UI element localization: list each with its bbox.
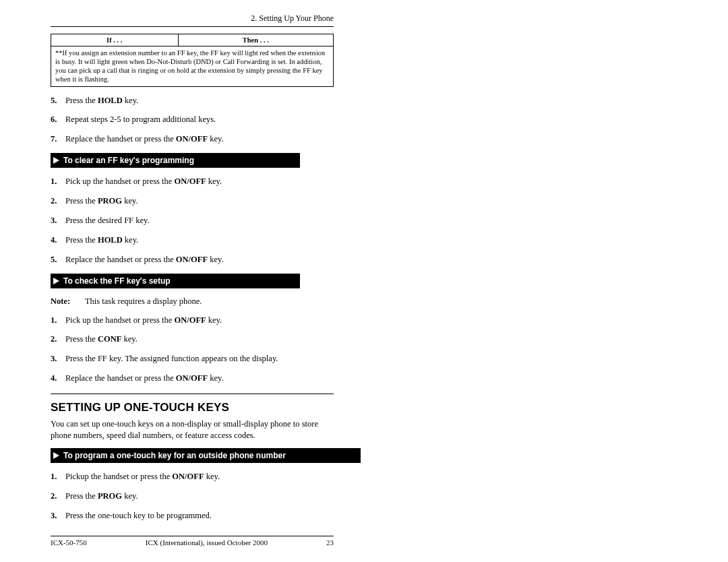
step-text: Press the one-touch key to be programmed…: [65, 510, 334, 522]
list-item: 3.Press the one-touch key to be programm…: [51, 510, 334, 522]
footer-center: ICX (International), issued October 2000: [87, 538, 326, 547]
step-number: 2.: [51, 195, 65, 207]
list-item: 5.Replace the handset or press the ON/OF…: [51, 254, 334, 266]
bar-check-label: To check the FF key's setup: [63, 276, 171, 286]
triangle-icon: [53, 157, 59, 164]
bar-program-label: To program a one-touch key for an outsid…: [63, 451, 286, 460]
step-number: 3.: [51, 510, 65, 522]
note-label: Note:: [51, 296, 83, 307]
step-number: 1.: [51, 176, 65, 187]
list-item: 1.Pick up the handset or press the ON/OF…: [51, 315, 334, 326]
triangle-icon: [53, 278, 59, 284]
page-footer: ICX-50-750 ICX (International), issued O…: [51, 536, 334, 547]
list-item: 1.Pickup the handset or press the ON/OFF…: [51, 471, 334, 482]
step-text: Press the HOLD key.: [65, 235, 334, 246]
step-number: 2.: [51, 491, 65, 502]
section-heading: SETTING UP ONE-TOUCH KEYS: [51, 401, 334, 414]
note-check: Note: This task requires a display phone…: [51, 296, 334, 307]
footer-right: 23: [326, 538, 334, 547]
footer-left: ICX-50-750: [51, 538, 87, 547]
steps-check: 1.Pick up the handset or press the ON/OF…: [51, 315, 334, 385]
steps-clear: 1.Pick up the handset or press the ON/OF…: [51, 176, 334, 265]
step-text: Replace the handset or press the ON/OFF …: [65, 133, 334, 145]
section-body: You can set up one-touch keys on a non-d…: [51, 418, 334, 441]
step-text: Pick up the handset or press the ON/OFF …: [65, 176, 334, 187]
step-text: Press the HOLD key.: [65, 95, 334, 106]
bar-check-setup: To check the FF key's setup: [51, 274, 300, 288]
list-item: 3.Press the FF key. The assigned functio…: [51, 353, 334, 365]
list-item: 2.Press the CONF key.: [51, 334, 334, 345]
step-text: Press the FF key. The assigned function …: [65, 353, 334, 365]
list-item: 7.Replace the handset or press the ON/OF…: [51, 133, 334, 145]
steps-program: 1.Pickup the handset or press the ON/OFF…: [51, 471, 334, 522]
step-number: 6.: [51, 114, 65, 125]
list-item: 2.Press the PROG key.: [51, 195, 334, 207]
list-item: 6.Repeat steps 2-5 to program additional…: [51, 114, 334, 125]
step-number: 5.: [51, 254, 65, 266]
step-text: Pick up the handset or press the ON/OFF …: [65, 315, 334, 326]
list-item: 5.Press the HOLD key.: [51, 95, 334, 106]
table-header-if: If . . .: [51, 34, 179, 46]
step-text: Press the PROG key.: [65, 491, 334, 502]
list-item: 3.Press the desired FF key.: [51, 215, 334, 226]
step-number: 2.: [51, 334, 65, 345]
step-number: 4.: [51, 235, 65, 246]
step-text: Replace the handset or press the ON/OFF …: [65, 254, 334, 266]
step-number: 5.: [51, 95, 65, 106]
section-rule: [51, 394, 334, 394]
step-text: Replace the handset or press the ON/OFF …: [65, 373, 334, 384]
list-item: 4.Replace the handset or press the ON/OF…: [51, 373, 334, 384]
step-text: Pickup the handset or press the ON/OFF k…: [65, 471, 334, 482]
note-text: This task requires a display phone.: [85, 296, 202, 306]
step-number: 1.: [51, 471, 65, 482]
bar-clear-label: To clear an FF key's programming: [63, 156, 194, 165]
step-text: Repeat steps 2-5 to program additional k…: [65, 114, 334, 125]
step-text: Press the CONF key.: [65, 334, 334, 345]
step-number: 3.: [51, 215, 65, 226]
page-header: 2. Setting Up Your Phone: [51, 13, 334, 27]
step-text: Press the desired FF key.: [65, 215, 334, 226]
if-then-table: If . . . Then . . . **If you assign an e…: [51, 34, 334, 87]
step-number: 1.: [51, 315, 65, 326]
list-item: 1.Pick up the handset or press the ON/OF…: [51, 176, 334, 187]
list-item: 2.Press the PROG key.: [51, 491, 334, 502]
step-number: 3.: [51, 353, 65, 365]
bar-clear-programming: To clear an FF key's programming: [51, 153, 300, 168]
table-header-then: Then . . .: [178, 34, 333, 46]
step-number: 7.: [51, 133, 65, 145]
step-text: Press the PROG key.: [65, 195, 334, 207]
bar-program-onetouch: To program a one-touch key for an outsid…: [51, 448, 361, 463]
step-number: 4.: [51, 373, 65, 384]
list-item: 4.Press the HOLD key.: [51, 235, 334, 246]
table-note-cell: **If you assign an extension number to a…: [51, 46, 334, 87]
steps-continue: 5.Press the HOLD key.6.Repeat steps 2-5 …: [51, 95, 334, 146]
triangle-icon: [53, 452, 59, 459]
